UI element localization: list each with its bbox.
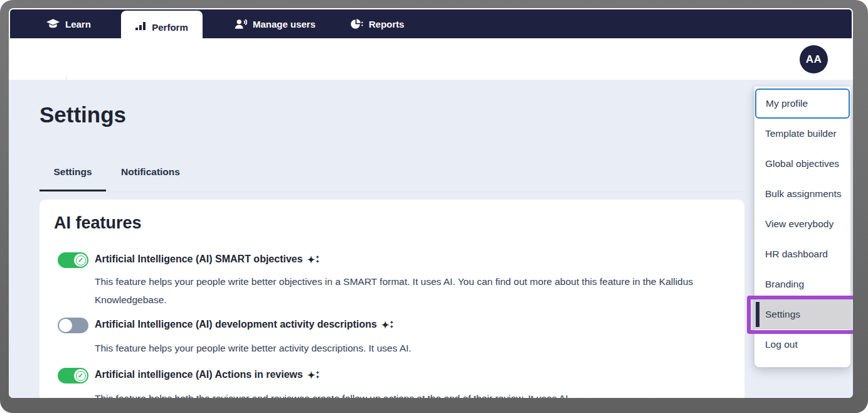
app-window: Learn Perform Manage users — [9, 8, 853, 398]
ai-sparkle-icon: ✦ ✦✦ — [307, 370, 319, 380]
ai-sparkle-icon: ✦ ✦✦ — [307, 255, 319, 264]
menu-item-template-builder[interactable]: Template builder — [754, 119, 850, 149]
pie-chart-icon — [351, 19, 363, 30]
toggle-knob: ✓ — [74, 254, 87, 267]
toggle-actions-in-reviews[interactable]: ✓ — [58, 368, 88, 384]
toggle-knob: ✓ — [74, 369, 87, 382]
menu-item-view-everybody[interactable]: View everybody — [754, 209, 850, 239]
secondary-nav: Home My objectives My development My rev… — [9, 38, 853, 80]
user-dropdown-menu: My profile Template builder Global objec… — [754, 87, 850, 367]
tab-settings[interactable]: Settings — [40, 161, 106, 191]
ai-sparkle-icon: ✦ ✦✦ — [381, 320, 393, 330]
menu-item-settings[interactable]: Settings — [754, 299, 850, 330]
people-icon — [235, 19, 247, 30]
menu-item-bulk-assignments[interactable]: Bulk assignments — [754, 179, 850, 209]
feature-label-text: Artificial intelligence (AI) Actions in … — [95, 369, 303, 380]
top-nav-manage-users[interactable]: Manage users — [235, 9, 315, 38]
feature-description: This feature helps both the reviewer and… — [95, 389, 706, 398]
feature-label: Artificial Intelligence (AI) SMART objec… — [95, 254, 319, 265]
feature-label-text: Artificial Intelligence (AI) SMART objec… — [95, 254, 303, 265]
feature-label: Artificial intelligence (AI) Actions in … — [95, 369, 319, 380]
tabstrip: Settings Notifications — [40, 161, 195, 192]
menu-item-global-objectives[interactable]: Global objectives — [754, 149, 850, 179]
check-icon: ✓ — [76, 255, 86, 266]
top-nav-label: Manage users — [253, 19, 315, 30]
toggle-smart-objectives[interactable]: ✓ — [58, 252, 88, 268]
tab-notifications[interactable]: Notifications — [106, 161, 195, 191]
top-nav-bar: Learn Perform Manage users — [10, 9, 852, 38]
feature-label-text: Artificial Intelligence (AI) development… — [95, 319, 377, 330]
ai-features-card: AI features ✓ Artificial Intelligence (A… — [40, 200, 744, 398]
avatar[interactable]: AA — [800, 45, 828, 73]
screenshot-stage: Learn Perform Manage users — [0, 0, 868, 413]
top-nav-learn[interactable]: Learn — [46, 9, 91, 38]
feature-description: This feature helps your people write bet… — [95, 339, 706, 357]
top-nav-label: Perform — [152, 22, 188, 33]
top-nav-reports[interactable]: Reports — [351, 9, 405, 38]
menu-item-hr-dashboard[interactable]: HR dashboard — [754, 239, 850, 269]
top-nav-label: Reports — [369, 19, 405, 30]
feature-label: Artificial Intelligence (AI) development… — [95, 319, 393, 330]
menu-item-branding[interactable]: Branding — [754, 269, 850, 299]
main-content: Settings Settings Notifications AI featu… — [9, 80, 853, 398]
card-title: AI features — [54, 213, 142, 233]
window-frame: Learn Perform Manage users — [0, 0, 868, 413]
toggle-knob — [59, 319, 72, 332]
menu-item-my-profile[interactable]: My profile — [755, 88, 850, 119]
menu-item-log-out[interactable]: Log out — [754, 330, 850, 360]
toggle-activity-descriptions[interactable] — [58, 318, 88, 333]
bar-chart-icon — [135, 21, 146, 33]
page-title: Settings — [40, 102, 126, 127]
check-icon: ✓ — [76, 371, 86, 381]
feature-description: This feature helps your people write bet… — [95, 272, 706, 309]
graduation-cap-icon — [46, 19, 60, 29]
top-nav-label: Learn — [65, 19, 91, 30]
